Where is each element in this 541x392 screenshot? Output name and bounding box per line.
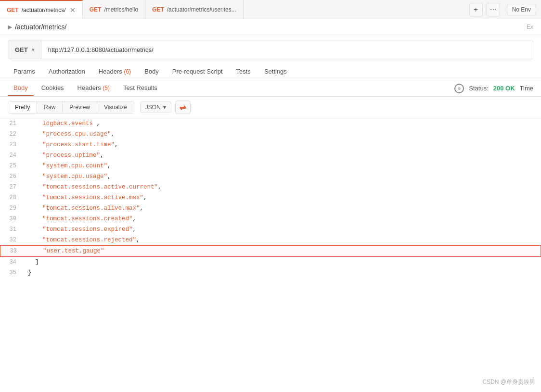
url-input[interactable] <box>41 40 533 59</box>
req-tab-authorization[interactable]: Authorization <box>43 64 91 80</box>
tab-1-path: /actuator/metrics/ <box>22 7 66 13</box>
breadcrumb-path: /actuator/metrics/ <box>15 23 66 31</box>
request-tabs: Params Authorization Headers (6) Body Pr… <box>0 64 541 80</box>
tab-bar: GET /actuator/metrics/ ✕ GET /metrics/he… <box>0 0 541 19</box>
table-row: 21 logback.events , <box>0 118 541 129</box>
req-tab-tests[interactable]: Tests <box>231 64 257 80</box>
table-row: 22 "process.cpu.usage", <box>0 129 541 139</box>
time-label: Time <box>520 85 533 92</box>
tab-2-path: /metrics/hello <box>104 6 138 13</box>
url-bar: GET ▾ <box>8 40 533 59</box>
req-tab-prerequest[interactable]: Pre-request Script <box>167 64 229 80</box>
table-row: 35 } <box>0 267 541 278</box>
table-row: 31 "tomcat.sessions.expired", <box>0 224 541 235</box>
fmt-tab-pretty[interactable]: Pretty <box>8 101 37 113</box>
table-row: 27 "tomcat.sessions.active.current", <box>0 182 541 192</box>
format-bar: Pretty Raw Preview Visualize JSON ▾ ⇌ <box>0 97 541 118</box>
tab-1[interactable]: GET /actuator/metrics/ ✕ <box>0 0 83 19</box>
table-row: 34 ] <box>0 257 541 267</box>
fmt-tab-visualize[interactable]: Visualize <box>97 101 134 113</box>
headers-badge: (6) <box>124 68 131 75</box>
table-row-highlighted: 33 "user.test.gauge" <box>0 245 541 257</box>
req-tab-body[interactable]: Body <box>139 64 165 80</box>
json-format-label: JSON <box>145 104 161 111</box>
request-path-bar: ▶ /actuator/metrics/ Ex <box>0 19 541 35</box>
code-area[interactable]: 21 logback.events , 22 "process.cpu.usag… <box>0 118 541 364</box>
breadcrumb-arrow: ▶ <box>8 24 12 30</box>
table-row: 29 "tomcat.sessions.alive.max", <box>0 203 541 214</box>
table-row: 24 "process.uptime", <box>0 150 541 161</box>
table-row: 23 "process.start.time", <box>0 139 541 150</box>
table-row: 26 "system.cpu.usage", <box>0 171 541 182</box>
tab-1-close[interactable]: ✕ <box>70 6 76 14</box>
method-select[interactable]: GET ▾ <box>8 40 41 59</box>
resp-tab-headers[interactable]: Headers (5) <box>72 80 116 96</box>
table-row: 25 "system.cpu.count", <box>0 161 541 171</box>
globe-icon: ⊕ <box>454 84 464 93</box>
wrap-button[interactable]: ⇌ <box>175 101 191 114</box>
fmt-tab-preview[interactable]: Preview <box>63 101 97 113</box>
status-label: Status: <box>469 85 488 92</box>
table-row: 32 "tomcat.sessions.rejected", <box>0 235 541 245</box>
tab-2-method: GET <box>90 6 102 13</box>
table-row: 30 "tomcat.sessions.created", <box>0 214 541 224</box>
resp-tab-body[interactable]: Body <box>8 80 34 96</box>
json-format-chevron: ▾ <box>163 104 166 111</box>
json-format-select[interactable]: JSON ▾ <box>140 101 171 113</box>
req-tab-headers[interactable]: Headers (6) <box>93 64 137 80</box>
fmt-tab-raw[interactable]: Raw <box>37 101 63 113</box>
no-env-button[interactable]: No Env <box>507 4 536 15</box>
tab-3-method: GET <box>152 6 164 13</box>
method-value: GET <box>15 46 28 53</box>
wrap-icon: ⇌ <box>180 103 186 112</box>
method-chevron: ▾ <box>32 47 34 52</box>
tab-3-path: /actuator/metrics/user.tes... <box>167 6 236 13</box>
response-tabs: Body Cookies Headers (5) Test Results ⊕ … <box>0 80 541 97</box>
format-tabs-group: Pretty Raw Preview Visualize <box>8 101 134 114</box>
tab-1-method: GET <box>7 7 19 13</box>
response-status-area: ⊕ Status: 200 OK Time <box>454 84 533 93</box>
more-tabs-button[interactable]: ··· <box>487 3 500 16</box>
req-tab-params[interactable]: Params <box>8 64 41 80</box>
tab-3[interactable]: GET /actuator/metrics/user.tes... <box>145 0 244 19</box>
expand-button[interactable]: Ex <box>527 24 533 30</box>
resp-headers-badge: (5) <box>103 85 110 91</box>
resp-tab-test-results[interactable]: Test Results <box>117 80 163 96</box>
status-value: 200 OK <box>493 85 515 92</box>
req-tab-settings[interactable]: Settings <box>258 64 293 80</box>
tab-actions: + ··· No Env <box>464 3 541 16</box>
tab-2[interactable]: GET /metrics/hello <box>83 0 145 19</box>
table-row: 28 "tomcat.sessions.active.max", <box>0 192 541 203</box>
resp-tab-cookies[interactable]: Cookies <box>36 80 70 96</box>
add-tab-button[interactable]: + <box>469 3 483 16</box>
